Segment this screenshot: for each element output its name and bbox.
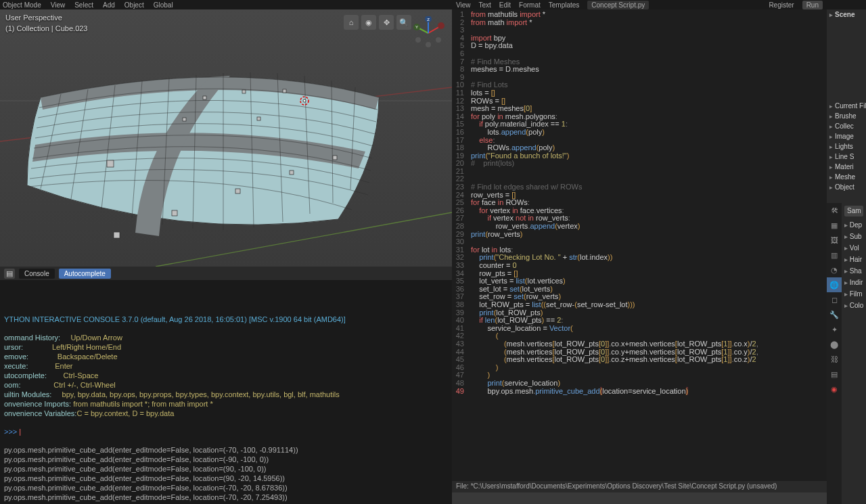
mode-selector[interactable]: Object Mode xyxy=(3,1,41,9)
viewport-label-1: User Perspective xyxy=(5,14,62,22)
viewport-label-2: (1) Collection | Cube.023 xyxy=(5,24,87,32)
sampling-input[interactable]: Sam xyxy=(844,206,863,216)
te-menu-view[interactable]: View xyxy=(456,1,471,9)
nav-gizmo[interactable]: Z Y xyxy=(411,16,445,50)
tab-render-icon[interactable]: ▦ xyxy=(827,218,842,233)
code-area[interactable]: 1234567891011121314151617181920212223242… xyxy=(452,9,827,481)
properties-panel[interactable]: 🛠 ▦ 🖼 ▥ ◔ 🌐 ◻ 🔧 ✦ ⬤ ⛓ ▤ ◉ Sam DepSubVolH… xyxy=(827,203,866,504)
props-section[interactable]: Colo xyxy=(842,300,866,311)
3d-viewport[interactable]: User Perspective (1) Collection | Cube.0… xyxy=(0,9,452,267)
te-menu-templates[interactable]: Templates xyxy=(549,1,580,9)
svg-point-28 xyxy=(303,99,306,102)
register-toggle[interactable]: Register xyxy=(769,1,794,9)
tab-object-icon[interactable]: ◻ xyxy=(827,292,842,307)
props-section[interactable]: Sha xyxy=(842,265,866,277)
tab-view-icon[interactable]: ▥ xyxy=(827,248,842,262)
props-section[interactable]: Hair xyxy=(842,254,866,265)
mesh-render xyxy=(0,9,452,267)
text-editor-header: View Text Edit Format Templates Concept … xyxy=(452,0,827,9)
svg-rect-22 xyxy=(242,90,246,93)
camera-icon[interactable]: ◉ xyxy=(361,15,376,30)
outliner-item[interactable]: Brushe xyxy=(827,111,866,121)
tab-tool-icon[interactable]: 🛠 xyxy=(827,203,842,218)
camera-view-icon[interactable]: ⌂ xyxy=(344,15,359,30)
props-section[interactable]: Film xyxy=(842,288,866,300)
console-icon[interactable]: ▤ xyxy=(4,269,15,279)
svg-text:Y: Y xyxy=(415,25,418,29)
tab-particle-icon[interactable]: ✦ xyxy=(827,322,842,337)
pan-icon[interactable]: ✥ xyxy=(379,15,394,30)
outliner-item[interactable]: Lights xyxy=(827,141,866,152)
outliner-item[interactable]: Meshe xyxy=(827,172,866,182)
tab-modifier-icon[interactable]: 🔧 xyxy=(827,307,842,322)
menu-view[interactable]: View xyxy=(51,1,66,9)
svg-rect-18 xyxy=(172,210,177,216)
text-editor-footer: File: *C:\Users\mstafford\Documents\Expe… xyxy=(452,481,827,492)
svg-rect-25 xyxy=(257,117,260,120)
tab-scene-icon[interactable]: ◔ xyxy=(827,262,842,277)
menu-add[interactable]: Add xyxy=(103,1,115,9)
outliner-item[interactable]: Line S xyxy=(827,152,866,162)
orientation-global[interactable]: Global xyxy=(154,1,173,9)
console-header: ▤ Console Autocomplete xyxy=(0,267,452,280)
tab-output-icon[interactable]: 🖼 xyxy=(827,233,842,248)
zoom-icon[interactable]: 🔍 xyxy=(396,15,411,30)
svg-point-39 xyxy=(436,37,441,43)
tab-physics-icon[interactable]: ⬤ xyxy=(827,337,842,352)
console-body[interactable]: YTHON INTERACTIVE CONSOLE 3.7.0 (default… xyxy=(0,280,452,504)
outliner-item[interactable]: Collec xyxy=(827,121,866,131)
svg-text:Z: Z xyxy=(427,18,430,22)
python-console[interactable]: ▤ Console Autocomplete YTHON INTERACTIVE… xyxy=(0,267,452,504)
menu-object[interactable]: Object xyxy=(124,1,144,9)
run-script-button[interactable]: Run xyxy=(802,1,823,9)
te-menu-edit[interactable]: Edit xyxy=(499,1,511,9)
tab-constraint-icon[interactable]: ⛓ xyxy=(827,352,842,367)
te-menu-format[interactable]: Format xyxy=(519,1,541,9)
line-gutter: 1234567891011121314151617181920212223242… xyxy=(452,9,467,481)
outliner-current-file[interactable]: Current Fil xyxy=(827,101,866,111)
tab-console[interactable]: Console xyxy=(19,269,55,279)
script-name[interactable]: Concept Script.py xyxy=(587,1,649,9)
menu-select[interactable]: Select xyxy=(74,1,93,9)
outliner-scene[interactable]: Scene xyxy=(827,9,866,20)
te-menu-text[interactable]: Text xyxy=(479,1,491,9)
props-section[interactable]: Vol xyxy=(842,242,866,254)
props-section[interactable]: Sub xyxy=(842,231,866,242)
svg-rect-26 xyxy=(183,118,186,121)
svg-rect-21 xyxy=(333,156,337,160)
svg-rect-17 xyxy=(114,232,120,238)
svg-rect-16 xyxy=(107,160,114,167)
props-section[interactable]: Dep xyxy=(842,219,866,231)
props-section[interactable]: Indir xyxy=(842,277,866,288)
svg-point-38 xyxy=(415,37,421,43)
svg-point-37 xyxy=(426,42,431,47)
props-tabs: 🛠 ▦ 🖼 ▥ ◔ 🌐 ◻ 🔧 ✦ ⬤ ⛓ ▤ ◉ xyxy=(827,203,842,504)
tab-material-icon[interactable]: ◉ xyxy=(827,382,842,396)
svg-rect-20 xyxy=(290,170,294,175)
outliner-panel[interactable]: Scene Current Fil BrusheCollecImageLight… xyxy=(827,0,866,203)
outliner-item[interactable]: Object xyxy=(827,182,866,192)
outliner-item[interactable]: Materi xyxy=(827,162,866,172)
outliner-item[interactable]: Image xyxy=(827,131,866,141)
svg-point-30 xyxy=(438,22,445,29)
code-text[interactable]: from mathutils import *from math import … xyxy=(467,9,827,481)
text-editor: View Text Edit Format Templates Concept … xyxy=(452,0,827,492)
svg-rect-24 xyxy=(283,89,286,93)
tab-data-icon[interactable]: ▤ xyxy=(827,367,842,382)
tab-autocomplete[interactable]: Autocomplete xyxy=(59,269,111,279)
tab-world-icon[interactable]: 🌐 xyxy=(827,277,842,292)
svg-rect-23 xyxy=(203,96,206,99)
svg-rect-19 xyxy=(235,189,240,193)
